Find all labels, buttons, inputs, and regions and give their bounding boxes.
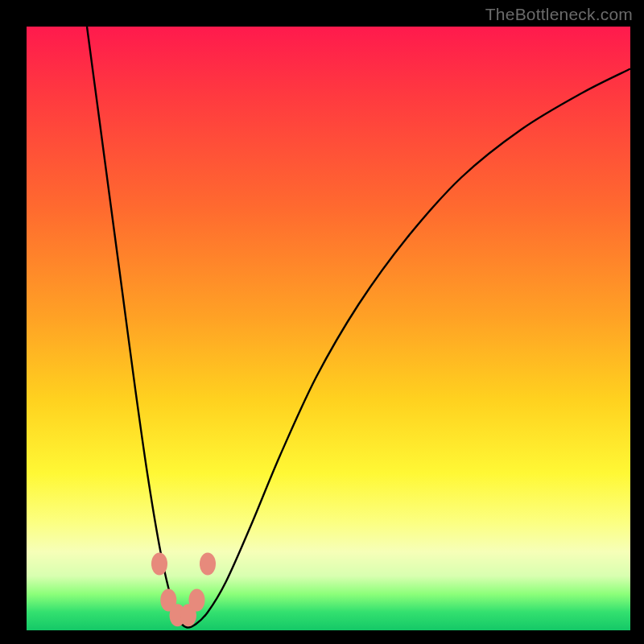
chart-frame: TheBottleneck.com [0, 0, 644, 644]
bottleneck-curve-path [87, 27, 630, 628]
curve-marker [151, 553, 167, 576]
bottleneck-curve-svg [27, 27, 630, 630]
plot-area [27, 27, 630, 630]
curve-marker [200, 553, 216, 576]
curve-marker [189, 589, 205, 612]
watermark-text: TheBottleneck.com [485, 5, 633, 24]
